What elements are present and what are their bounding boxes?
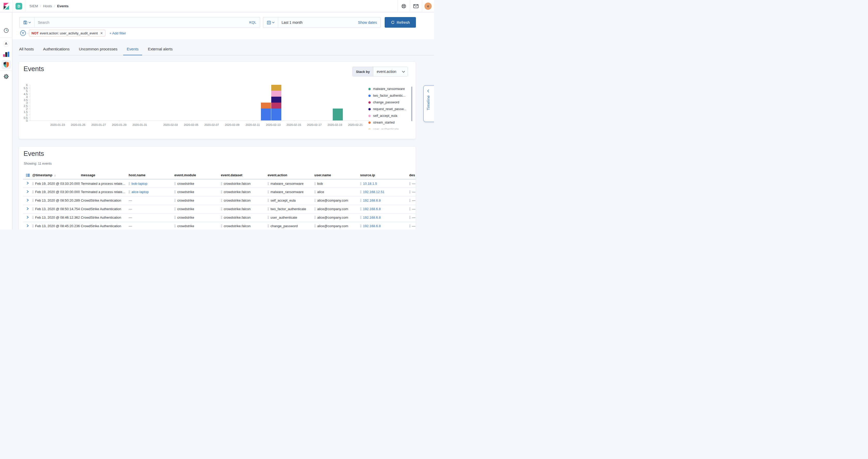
bar-segment-self_accept_eula[interactable] — [271, 91, 281, 97]
remove-filter-icon[interactable]: ✕ — [100, 31, 103, 35]
source-ip-link[interactable]: 192.168.12.51 — [363, 190, 384, 194]
drag-handle[interactable] — [32, 182, 34, 185]
column-header-eventdataset[interactable]: event.dataset — [221, 171, 268, 179]
drag-handle[interactable] — [32, 224, 34, 227]
drag-handle[interactable] — [32, 199, 34, 202]
column-header-timestamp[interactable]: @timestamp↓ — [32, 171, 81, 179]
drag-handle[interactable] — [360, 199, 362, 202]
avatar[interactable]: e — [425, 3, 432, 10]
legend-item-request_reset_password[interactable]: request_reset_passw... — [368, 106, 410, 113]
source-ip-link[interactable]: 192.168.6.8 — [363, 198, 381, 202]
drag-handle[interactable] — [221, 190, 222, 193]
drag-handle[interactable] — [175, 216, 176, 219]
drag-handle[interactable] — [409, 224, 410, 227]
drag-handle[interactable] — [221, 199, 222, 202]
column-header-eventaction[interactable]: event.action — [268, 171, 314, 179]
drag-handle[interactable] — [221, 207, 222, 210]
drag-handle[interactable] — [32, 216, 34, 219]
drag-handle[interactable] — [268, 199, 269, 202]
stack-by-select[interactable]: event.action — [373, 67, 408, 76]
user-menu[interactable]: e — [422, 0, 434, 12]
drag-handle[interactable] — [175, 224, 176, 227]
drag-handle[interactable] — [221, 224, 222, 227]
refresh-button[interactable]: Refresh — [385, 17, 416, 28]
source-ip-link[interactable]: 192.168.6.8 — [363, 216, 381, 219]
drag-handle[interactable] — [129, 182, 130, 185]
column-header-message[interactable]: message — [81, 171, 129, 179]
expand-row-button[interactable] — [23, 224, 29, 227]
kibana-logo[interactable] — [0, 0, 12, 12]
column-header-hostname[interactable]: host.name — [129, 171, 175, 179]
bar-segment-two_factor_authenticate[interactable] — [261, 109, 271, 120]
saved-query-menu[interactable] — [20, 17, 35, 27]
drag-handle[interactable] — [360, 190, 362, 193]
breadcrumb-siem[interactable]: SIEM — [29, 4, 38, 8]
search-bar[interactable]: Search KQL — [20, 17, 260, 28]
drag-handle[interactable] — [314, 207, 316, 210]
drag-handle[interactable] — [175, 199, 176, 202]
tab-authentications[interactable]: Authentications — [43, 43, 70, 55]
sidebar-item-apm[interactable]: A — [3, 40, 9, 47]
drag-handle[interactable] — [268, 182, 269, 185]
drag-handle[interactable] — [409, 190, 410, 193]
drag-handle[interactable] — [409, 207, 410, 210]
drag-handle[interactable] — [360, 182, 362, 185]
legend-item-user_authenticate[interactable]: user_authenticate — [368, 126, 410, 129]
space-badge[interactable]: D — [16, 3, 22, 9]
tab-all-hosts[interactable]: All hosts — [19, 43, 34, 55]
column-header-sourceip[interactable]: source.ip — [360, 171, 409, 179]
source-ip-link[interactable]: 10.18.1.5 — [363, 182, 377, 186]
source-ip-link[interactable]: 192.168.6.8 — [363, 224, 381, 228]
tab-external-alerts[interactable]: External alerts — [147, 43, 173, 55]
drag-handle[interactable] — [409, 216, 410, 219]
filter-chip[interactable]: NOT event.action: user_activity_audit_ev… — [29, 30, 105, 36]
legend-item-change_password[interactable]: change_password — [368, 99, 410, 106]
column-header-des[interactable]: des — [409, 171, 416, 179]
drag-handle[interactable] — [268, 216, 269, 219]
sidebar-item-visualize[interactable] — [3, 51, 9, 57]
drag-handle[interactable] — [175, 207, 176, 210]
drag-handle[interactable] — [314, 216, 316, 219]
drag-handle[interactable] — [175, 182, 176, 185]
breadcrumb-hosts[interactable]: Hosts — [43, 4, 52, 8]
bar-segment-user_authenticate[interactable] — [271, 85, 281, 91]
timeline-flyout-button[interactable]: Timeline — [424, 85, 434, 122]
expand-row-button[interactable] — [23, 198, 29, 202]
drag-handle[interactable] — [268, 207, 269, 210]
drag-handle[interactable] — [409, 199, 410, 202]
search-input[interactable]: Search — [35, 21, 249, 25]
expand-row-button[interactable] — [23, 190, 29, 193]
quick-select-menu[interactable] — [263, 17, 278, 27]
drag-handle[interactable] — [268, 224, 269, 227]
sidebar-item-siem[interactable] — [2, 60, 11, 69]
drag-handle[interactable] — [314, 224, 316, 227]
fields-browser-button[interactable] — [23, 171, 32, 179]
filter-options-icon[interactable] — [20, 29, 27, 37]
bar-segment-two_factor_authenticate[interactable] — [271, 109, 281, 120]
host-link[interactable]: alice-laptop — [131, 190, 149, 194]
space-switcher[interactable]: D — [13, 0, 25, 12]
drag-handle[interactable] — [221, 182, 222, 185]
column-header-username[interactable]: user.name — [314, 171, 360, 179]
legend-scrollbar[interactable] — [411, 87, 412, 121]
drag-handle[interactable] — [409, 182, 410, 185]
bar-segment-change_password[interactable] — [271, 102, 281, 109]
tab-events[interactable]: Events — [126, 43, 139, 55]
drag-handle[interactable] — [314, 182, 316, 185]
drag-handle[interactable] — [32, 190, 34, 193]
drag-handle[interactable] — [32, 207, 34, 210]
drag-handle[interactable] — [314, 190, 316, 193]
expand-row-button[interactable] — [23, 181, 29, 185]
drag-handle[interactable] — [268, 190, 269, 193]
drag-handle[interactable] — [221, 216, 222, 219]
date-picker[interactable]: Last 1 month Show dates — [263, 17, 380, 28]
add-filter-button[interactable]: + Add filter — [109, 31, 126, 35]
expand-row-button[interactable] — [23, 216, 29, 219]
drag-handle[interactable] — [360, 216, 362, 219]
drag-handle[interactable] — [129, 190, 130, 193]
drag-handle[interactable] — [314, 199, 316, 202]
sidebar-item-management[interactable] — [3, 73, 9, 80]
time-range-value[interactable]: Last 1 month — [278, 21, 358, 25]
expand-row-button[interactable] — [23, 207, 29, 210]
bar-segment-malware_ransomware[interactable] — [333, 109, 343, 120]
